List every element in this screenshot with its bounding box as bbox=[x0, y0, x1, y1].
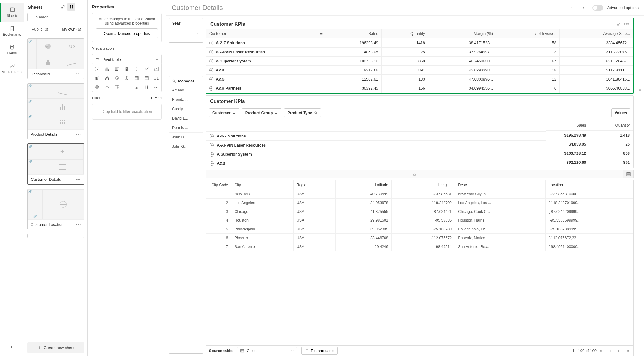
manager-item[interactable]: John D... bbox=[169, 133, 203, 142]
tab-public[interactable]: Public (0) bbox=[24, 24, 56, 35]
lock-bar[interactable] bbox=[206, 170, 623, 178]
rail-sheets[interactable]: Sheets bbox=[0, 3, 24, 22]
switch-table-view-button[interactable] bbox=[623, 170, 634, 178]
chip-product-group[interactable]: Product Group bbox=[242, 108, 282, 117]
table-row[interactable]: +A&G12502.6113347.0800896...121041.88416… bbox=[206, 75, 633, 84]
col-quantity[interactable]: Quantity bbox=[590, 120, 634, 130]
manager-item[interactable]: Dennis ... bbox=[169, 123, 203, 133]
col-customer[interactable]: Customer≡ bbox=[206, 29, 326, 38]
table-row[interactable]: +A-ARVIN Laser Resources4053.052537.9264… bbox=[206, 48, 633, 57]
expand-row-icon[interactable]: + bbox=[209, 59, 213, 63]
customer-kpi-panel-1[interactable]: Customer KPIs ⤢ ••• Customer≡ Sales Quan… bbox=[206, 18, 634, 94]
viz-area-icon[interactable] bbox=[151, 64, 161, 74]
manager-item[interactable]: Amand... bbox=[169, 86, 203, 95]
col-desc[interactable]: Desc bbox=[455, 180, 546, 190]
sheets-search-input[interactable] bbox=[27, 13, 84, 21]
chip-product-type[interactable]: Product Type bbox=[284, 108, 321, 117]
sheet-card-product-details[interactable]: 🔗 🔗 Product Details••• bbox=[27, 99, 84, 139]
table-row[interactable]: +A-ARVIN Laser Resources bbox=[206, 140, 546, 150]
expand-row-icon[interactable]: + bbox=[209, 86, 213, 91]
col-sales[interactable]: Sales bbox=[546, 120, 590, 130]
rail-bookmarks[interactable]: Bookmarks bbox=[0, 22, 24, 41]
table-row[interactable]: 7San AntonioUSA29.4246-98.49514San Anton… bbox=[206, 242, 633, 251]
manager-list[interactable]: Amand... Brenda ... Caroly... David L...… bbox=[169, 86, 203, 353]
sheet-more-button[interactable]: ••• bbox=[76, 222, 81, 227]
table-row[interactable]: 3ChicagoUSA41.875555-87.624421Chicago, C… bbox=[206, 207, 633, 216]
expand-row-icon[interactable]: + bbox=[209, 68, 213, 72]
viz-bar-icon[interactable] bbox=[102, 64, 112, 74]
col-city[interactable]: City bbox=[231, 180, 293, 190]
viz-hbar-icon[interactable] bbox=[112, 64, 122, 74]
viz-histogram-icon[interactable] bbox=[132, 83, 142, 92]
viz-more-icon[interactable]: ••• bbox=[151, 83, 161, 92]
last-page-button[interactable]: ⇥ bbox=[624, 348, 630, 353]
viz-bullet-icon[interactable] bbox=[122, 64, 132, 74]
sheet-card[interactable]: 🔗 bbox=[27, 83, 84, 99]
sheet-card[interactable] bbox=[27, 234, 84, 238]
viz-line-icon[interactable] bbox=[142, 64, 152, 74]
viz-waterfall-icon[interactable] bbox=[102, 74, 112, 83]
col-quantity[interactable]: Quantity bbox=[381, 29, 428, 38]
table-row[interactable]: +A Superior System bbox=[206, 150, 546, 159]
viz-treemap-icon[interactable] bbox=[112, 83, 122, 92]
rail-fields[interactable]: Fields bbox=[0, 41, 24, 59]
viz-map-icon[interactable] bbox=[92, 83, 102, 92]
viz-pie-icon[interactable] bbox=[112, 74, 122, 83]
manager-item[interactable]: David L... bbox=[169, 114, 203, 123]
manager-item[interactable]: Caroly... bbox=[169, 104, 203, 114]
table-row[interactable]: 1New YorkUSA40.730599-73.986581New York … bbox=[206, 190, 633, 199]
first-page-button[interactable]: ⇤ bbox=[598, 348, 605, 353]
viz-combo-icon[interactable] bbox=[92, 74, 102, 83]
expand-row-icon[interactable]: + bbox=[209, 50, 213, 54]
table-row[interactable]: 2Los AngelesUSA34.053678-118.242702Los A… bbox=[206, 199, 633, 207]
col-lon[interactable]: Longit... bbox=[392, 180, 455, 190]
col-sales[interactable]: Sales bbox=[326, 29, 381, 38]
table-row[interactable]: +A-2-Z Solutions196298.49141838.4171523.… bbox=[206, 38, 633, 48]
manager-item[interactable]: Brenda ... bbox=[169, 95, 203, 104]
filter-manager-header[interactable]: Manager bbox=[169, 76, 203, 86]
sheet-more-button[interactable]: ••• bbox=[76, 177, 81, 182]
viz-pivot-icon[interactable] bbox=[142, 74, 152, 83]
column-menu-icon[interactable]: ≡ bbox=[320, 31, 323, 36]
advanced-toggle[interactable] bbox=[592, 5, 603, 11]
sheet-card-dashboard[interactable]: 🔗 #1 ⟳ Dashboard••• bbox=[27, 38, 84, 79]
next-page-button[interactable]: › bbox=[615, 348, 622, 353]
table-row[interactable]: +A&B92120.689142.0293398...185117.81111.… bbox=[206, 66, 633, 75]
col-invoices[interactable]: # of Invoices bbox=[496, 29, 560, 38]
prev-sheet-button[interactable]: ‹ bbox=[567, 4, 575, 12]
viz-box-icon[interactable] bbox=[132, 64, 142, 74]
col-region[interactable]: Region bbox=[293, 180, 336, 190]
expand-row-icon[interactable]: + bbox=[209, 41, 213, 45]
col-avg[interactable]: Average Sale... bbox=[559, 29, 633, 38]
viz-kpi-icon[interactable]: #1 bbox=[151, 74, 161, 83]
expand-row-icon[interactable]: + bbox=[209, 77, 213, 81]
expand-popout-button[interactable] bbox=[59, 3, 67, 11]
col-lat[interactable]: Latitude bbox=[336, 180, 392, 190]
grid-view-button[interactable] bbox=[67, 3, 75, 11]
chip-values[interactable]: Values bbox=[611, 108, 630, 117]
viz-gauge-icon[interactable] bbox=[122, 83, 132, 92]
sheet-card-customer-location[interactable]: 🔗🔗 Customer Location••• bbox=[27, 189, 84, 229]
panel-more-icon[interactable]: ••• bbox=[624, 21, 629, 27]
add-filter-button[interactable]: + Add bbox=[151, 96, 162, 100]
table-row[interactable]: +A&B bbox=[206, 159, 546, 168]
table-row[interactable]: 5PhiladelphiaUSA39.952335-75.163789Phila… bbox=[206, 225, 633, 234]
year-dropdown[interactable] bbox=[171, 30, 201, 38]
filter-drop-zone[interactable]: Drop field to filter visualization bbox=[92, 104, 162, 120]
sheet-more-button[interactable]: ••• bbox=[76, 72, 81, 76]
expand-row-icon[interactable]: + bbox=[210, 134, 214, 138]
create-sheet-button[interactable]: Create new sheet bbox=[27, 342, 84, 353]
viz-distribution-icon[interactable] bbox=[142, 83, 152, 92]
lock-icon[interactable] bbox=[638, 88, 642, 93]
table-row[interactable]: +A-2-Z Solutions bbox=[206, 131, 546, 140]
viz-donut-icon[interactable] bbox=[122, 74, 132, 83]
source-table-select[interactable]: Cities bbox=[237, 347, 297, 354]
table-row[interactable]: +A&R Partners30392.4515634.0994556...650… bbox=[206, 84, 633, 93]
manager-item[interactable]: John G... bbox=[169, 142, 203, 151]
add-button[interactable]: + bbox=[549, 4, 557, 12]
col-citycode[interactable]: ↑City Code bbox=[206, 180, 231, 190]
rail-master[interactable]: Master items bbox=[0, 59, 24, 78]
sheet-card-customer-details[interactable]: 🔗 ✦ 🔗 Customer Details••• bbox=[27, 143, 84, 185]
expand-row-icon[interactable]: + bbox=[210, 161, 214, 166]
expand-row-icon[interactable]: + bbox=[210, 143, 214, 147]
